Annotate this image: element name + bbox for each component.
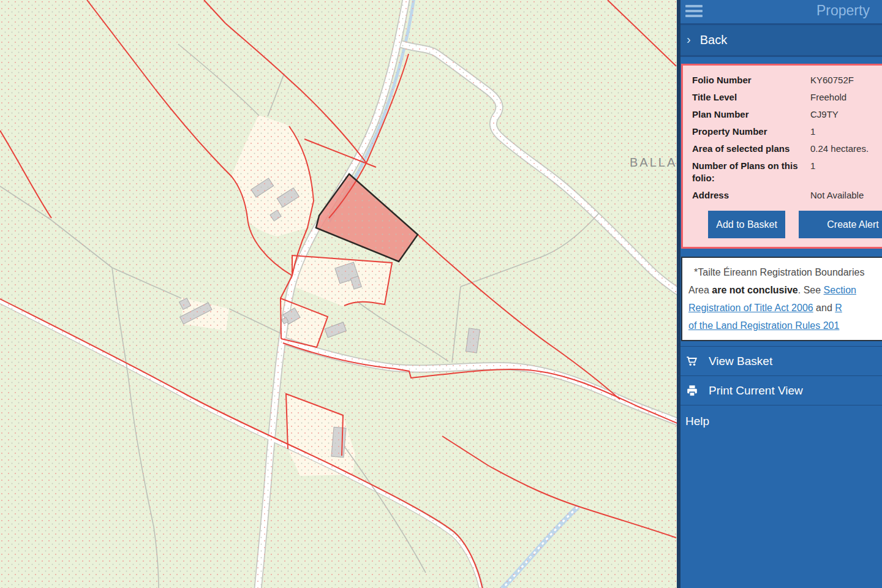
field-folio-number: Folio Number KY60752F xyxy=(692,72,882,89)
add-to-basket-button[interactable]: Add to Basket xyxy=(708,211,785,238)
land-registration-rules-link[interactable]: of the Land Registration Rules 201 xyxy=(688,320,839,331)
field-title-level: Title Level Freehold xyxy=(692,89,882,106)
folio-info-panel: Folio Number KY60752F Title Level Freeho… xyxy=(681,64,882,249)
rule-link[interactable]: R xyxy=(835,303,842,313)
basket-cart-icon xyxy=(685,355,699,368)
disclaimer-text: Area xyxy=(688,285,712,295)
field-number-of-plans: Number of Plans on this folio: 1 xyxy=(692,157,882,187)
disclaimer-line: Registration of Title Act 2006 and R xyxy=(688,299,882,317)
view-basket-button[interactable]: View Basket xyxy=(677,346,882,375)
print-current-view-button[interactable]: Print Current View xyxy=(677,375,882,405)
field-plan-number: Plan Number CJ9TY xyxy=(692,106,882,123)
field-value: 0.24 hectares. xyxy=(810,143,869,155)
back-label: Back xyxy=(700,33,727,47)
field-property-number: Property Number 1 xyxy=(692,123,882,140)
view-basket-label: View Basket xyxy=(709,355,772,368)
field-value: Not Available xyxy=(810,189,864,202)
field-label: Address xyxy=(692,189,810,202)
disclaimer-text: *Tailte Éireann Registration Boundaries xyxy=(694,267,864,277)
back-button[interactable]: › Back xyxy=(677,25,882,57)
help-label: Help xyxy=(685,415,709,428)
field-label: Area of selected plans xyxy=(692,143,810,155)
field-value: Freehold xyxy=(810,91,846,104)
property-map-app: BALLAH Property › Back Folio Number KY60… xyxy=(0,0,882,588)
create-alert-button[interactable]: Create Alert xyxy=(799,211,882,238)
hamburger-menu-icon[interactable] xyxy=(685,5,703,18)
disclaimer-line: Area are not conclusive. See Section xyxy=(688,281,882,299)
dot-texture xyxy=(0,0,677,588)
field-address: Address Not Available xyxy=(692,187,882,204)
disclaimer-text: and xyxy=(813,303,835,313)
field-value: 1 xyxy=(810,160,815,184)
registration-title-act-link[interactable]: Registration of Title Act 2006 xyxy=(688,303,813,313)
disclaimer-line: *Tailte Éireann Registration Boundaries xyxy=(688,263,882,281)
print-current-view-label: Print Current View xyxy=(709,384,803,398)
field-value: 1 xyxy=(810,126,815,138)
app-title: Property xyxy=(816,2,870,19)
disclaimer-bold-text: are not conclusive xyxy=(712,285,798,295)
field-value: CJ9TY xyxy=(810,108,839,121)
field-value: KY60752F xyxy=(810,74,854,86)
field-label: Plan Number xyxy=(692,108,810,121)
folio-actions: Add to Basket Create Alert xyxy=(692,211,882,238)
printer-icon xyxy=(685,384,699,398)
field-label: Number of Plans on this folio: xyxy=(692,160,810,184)
sidebar-edge-strip xyxy=(677,0,680,588)
townland-label: BALLAH xyxy=(630,156,677,169)
sidebar-panel: Property › Back Folio Number KY60752F Ti… xyxy=(677,0,882,588)
disclaimer-line: of the Land Registration Rules 201 xyxy=(688,317,882,334)
field-label: Folio Number xyxy=(692,74,810,86)
field-label: Property Number xyxy=(692,126,810,138)
help-button[interactable]: Help xyxy=(677,405,882,437)
section-act-link[interactable]: Section xyxy=(824,285,856,295)
map-canvas[interactable]: BALLAH xyxy=(0,0,677,588)
boundaries-disclaimer: *Tailte Éireann Registration Boundaries … xyxy=(681,257,882,341)
field-area: Area of selected plans 0.24 hectares. xyxy=(692,140,882,157)
disclaimer-text: . See xyxy=(798,285,824,295)
field-label: Title Level xyxy=(692,91,810,104)
sidebar-menu: View Basket Print Current View Help xyxy=(677,346,882,437)
chevron-right-icon: › xyxy=(687,32,691,47)
app-topbar: Property xyxy=(677,0,882,25)
